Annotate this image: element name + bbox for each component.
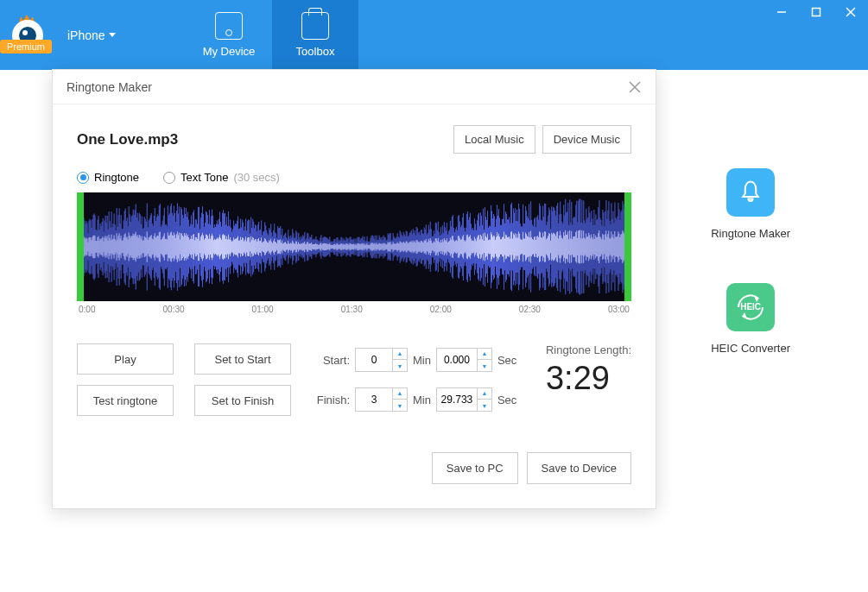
tab-my-device-label: My Device — [203, 45, 256, 58]
file-name: One Love.mp3 — [77, 131, 178, 148]
sec-unit: Sec — [497, 394, 516, 406]
chevron-up-icon[interactable]: ▲ — [478, 387, 491, 400]
device-name: iPhone — [67, 28, 105, 42]
time-ruler: 0:00 00:30 01:00 01:30 02:00 02:30 03:00 — [77, 305, 631, 314]
ruler-tick: 02:00 — [430, 305, 452, 314]
start-min-stepper[interactable]: ▲▼ — [355, 348, 408, 372]
music-source-buttons: Local Music Device Music — [453, 125, 631, 154]
radio-icon — [163, 172, 175, 184]
waveform[interactable] — [77, 192, 631, 301]
radio-text-tone-hint: (30 secs) — [233, 171, 279, 184]
radio-icon — [77, 172, 89, 184]
bell-icon — [726, 168, 775, 217]
chevron-down-icon[interactable]: ▼ — [393, 400, 407, 412]
ringtone-maker-dialog: Ringtone Maker One Love.mp3 Local Music … — [52, 69, 656, 509]
logo-block: Premium iPhone — [0, 0, 186, 70]
start-label: Start: — [312, 354, 350, 367]
close-button[interactable] — [833, 0, 868, 24]
start-sec-stepper[interactable]: ▲▼ — [436, 348, 492, 372]
close-icon — [629, 81, 641, 93]
premium-badge: Premium — [0, 40, 52, 54]
save-to-device-button[interactable]: Save to Device — [527, 452, 631, 484]
test-ringtone-button[interactable]: Test ringtone — [77, 385, 174, 416]
ruler-tick: 02:30 — [519, 305, 541, 314]
start-sec-input[interactable] — [437, 354, 477, 366]
tab-toolbox[interactable]: Toolbox — [272, 0, 358, 70]
app-header: Premium iPhone My Device Toolbox — [0, 0, 868, 70]
tool-heic-label: HEIC Converter — [711, 342, 790, 355]
finish-min-stepper[interactable]: ▲▼ — [355, 387, 408, 412]
length-value: 3:29 — [546, 360, 631, 397]
device-selector[interactable]: iPhone — [67, 28, 116, 42]
set-column: Set to Start Set to Finish — [194, 343, 291, 416]
toolbox-panel: Ringtone Maker HEIC HEIC Converter — [711, 168, 790, 355]
chevron-down-icon[interactable]: ▼ — [478, 360, 491, 372]
window-controls — [764, 0, 868, 24]
waveform-svg — [77, 192, 631, 301]
radio-text-tone-label: Text Tone — [181, 171, 228, 184]
main-tabs: My Device Toolbox — [186, 0, 358, 70]
device-icon — [215, 12, 243, 40]
local-music-button[interactable]: Local Music — [453, 125, 535, 154]
dialog-body: One Love.mp3 Local Music Device Music Ri… — [53, 104, 656, 508]
ruler-tick: 01:00 — [252, 305, 274, 314]
length-block: Ringtone Length: 3:29 — [546, 343, 631, 416]
ruler-tick: 00:30 — [163, 305, 185, 314]
device-music-button[interactable]: Device Music — [542, 125, 631, 154]
controls-area: Play Test ringtone Set to Start Set to F… — [77, 343, 631, 416]
tab-toolbox-label: Toolbox — [296, 45, 335, 58]
chevron-up-icon[interactable]: ▲ — [393, 387, 407, 400]
dialog-close-button[interactable] — [628, 80, 642, 94]
dialog-footer: Save to PC Save to Device — [77, 452, 631, 484]
play-column: Play Test ringtone — [77, 343, 174, 416]
file-row: One Love.mp3 Local Music Device Music — [77, 125, 631, 154]
heic-badge-text: HEIC — [733, 302, 768, 312]
ruler-tick: 01:30 — [341, 305, 363, 314]
toolbox-icon — [301, 12, 329, 40]
trim-end-handle[interactable] — [624, 192, 631, 301]
heic-icon: HEIC — [726, 283, 775, 331]
maximize-button[interactable] — [799, 0, 833, 24]
radio-text-tone[interactable]: Text Tone(30 secs) — [163, 171, 280, 184]
set-to-finish-button[interactable]: Set to Finish — [194, 385, 291, 416]
tool-heic-converter[interactable]: HEIC HEIC Converter — [711, 283, 790, 355]
chevron-up-icon[interactable]: ▲ — [478, 348, 491, 360]
play-button[interactable]: Play — [77, 343, 174, 375]
tab-my-device[interactable]: My Device — [186, 0, 272, 70]
svg-rect-1 — [813, 9, 820, 16]
finish-sec-stepper[interactable]: ▲▼ — [436, 387, 492, 412]
chevron-down-icon[interactable]: ▼ — [393, 360, 407, 372]
finish-label: Finish: — [312, 394, 350, 406]
chevron-down-icon — [109, 33, 116, 37]
length-label: Ringtone Length: — [546, 343, 631, 356]
chevron-down-icon[interactable]: ▼ — [478, 400, 491, 412]
minimize-button[interactable] — [764, 0, 799, 24]
finish-sec-input[interactable] — [437, 394, 477, 406]
chevron-up-icon[interactable]: ▲ — [393, 348, 407, 360]
min-unit: Min — [413, 354, 431, 367]
set-to-start-button[interactable]: Set to Start — [194, 343, 291, 375]
tool-ringtone-label: Ringtone Maker — [711, 227, 790, 240]
start-min-input[interactable] — [356, 354, 392, 366]
save-to-pc-button[interactable]: Save to PC — [432, 452, 518, 484]
sec-unit: Sec — [497, 354, 516, 367]
dialog-title: Ringtone Maker — [67, 80, 152, 94]
radio-ringtone-label: Ringtone — [94, 171, 139, 184]
ruler-tick: 0:00 — [79, 305, 95, 314]
min-unit: Min — [413, 394, 431, 406]
finish-min-input[interactable] — [356, 394, 392, 406]
time-grid: Start: ▲▼ Min ▲▼ Sec Finish: ▲▼ Min ▲▼ S… — [312, 343, 516, 416]
tone-type-radios: Ringtone Text Tone(30 secs) — [77, 171, 631, 184]
tool-ringtone-maker[interactable]: Ringtone Maker — [711, 168, 790, 240]
radio-ringtone[interactable]: Ringtone — [77, 171, 139, 184]
dialog-header: Ringtone Maker — [53, 70, 656, 104]
ruler-tick: 03:00 — [608, 305, 630, 314]
trim-start-handle[interactable] — [77, 192, 84, 301]
